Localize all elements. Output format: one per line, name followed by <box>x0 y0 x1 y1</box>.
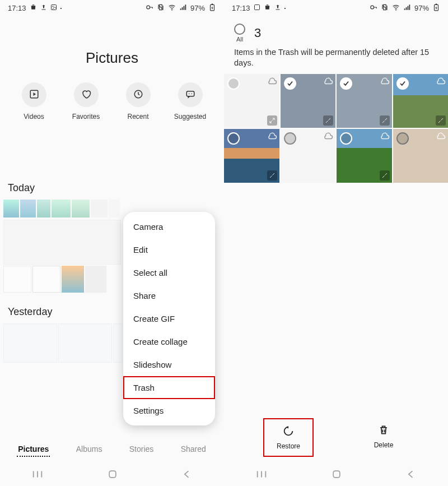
dot-icon: • <box>284 6 286 11</box>
menu-create-gif[interactable]: Create GIF <box>123 307 215 330</box>
wifi-icon <box>392 3 400 13</box>
expand-icon <box>267 170 277 180</box>
battery-percent: 97% <box>190 4 205 12</box>
svg-point-19 <box>395 9 396 10</box>
svg-rect-6 <box>212 3 213 4</box>
check-icon <box>284 132 296 145</box>
tab-shared[interactable]: Shared <box>180 442 207 457</box>
quick-suggested[interactable]: Suggested <box>170 82 211 121</box>
svg-point-17 <box>371 6 374 9</box>
quick-favorites[interactable]: Favorites <box>66 82 106 121</box>
cloud-icon <box>436 76 446 86</box>
expand-icon <box>436 115 446 126</box>
check-icon <box>396 132 409 145</box>
trash-icon <box>378 424 389 438</box>
image-icon <box>254 4 260 12</box>
upload-icon <box>40 4 47 12</box>
vpn-icon <box>146 3 153 13</box>
select-all-toggle[interactable]: All <box>234 24 245 43</box>
phone-right: 17:13 • 97% All 3 Items in the Trash wil… <box>224 0 448 486</box>
trash-tile[interactable] <box>281 74 336 128</box>
quick-videos[interactable]: Videos <box>14 82 54 121</box>
expand-icon <box>380 170 390 180</box>
tab-albums[interactable]: Albums <box>75 442 104 457</box>
nav-home-icon[interactable] <box>331 469 342 482</box>
nav-recents-icon[interactable] <box>31 470 44 481</box>
trash-tile[interactable] <box>281 129 336 183</box>
nav-back-icon[interactable] <box>181 469 193 482</box>
status-left-r: 17:13 • <box>232 3 286 12</box>
signal-icon <box>403 3 411 13</box>
circle-icon <box>234 24 245 35</box>
svg-point-1 <box>52 6 53 7</box>
tab-pictures[interactable]: Pictures <box>17 442 50 457</box>
expand-icon <box>267 115 277 126</box>
dot-icon: • <box>60 6 62 11</box>
menu-slideshow[interactable]: Slideshow <box>123 353 215 376</box>
svg-point-10 <box>189 93 190 94</box>
expand-icon <box>323 115 333 126</box>
nav-recents-icon[interactable] <box>255 470 268 481</box>
check-icon <box>227 132 240 145</box>
vibrate-icon <box>381 3 389 13</box>
menu-trash[interactable]: Trash <box>123 376 215 399</box>
upload-icon <box>274 4 281 12</box>
check-icon <box>396 77 409 90</box>
check-icon <box>340 132 352 145</box>
status-left: 17:13 • <box>8 3 62 12</box>
bag-icon <box>264 3 271 12</box>
status-right: 97% <box>146 3 216 13</box>
selection-count: 3 <box>254 26 261 40</box>
check-icon <box>340 77 352 90</box>
svg-point-11 <box>191 93 192 94</box>
svg-rect-15 <box>109 471 116 478</box>
status-time: 17:13 <box>8 4 26 12</box>
trash-tile[interactable] <box>337 74 392 128</box>
quick-recent[interactable]: Recent <box>118 82 158 121</box>
bottom-tabs: Pictures Albums Stories Shared <box>0 437 224 462</box>
trash-tile[interactable] <box>224 74 279 128</box>
play-icon <box>29 89 39 101</box>
svg-point-4 <box>171 9 172 10</box>
cloud-icon <box>323 76 333 86</box>
bag-icon <box>30 3 37 12</box>
menu-select-all[interactable]: Select all <box>123 261 215 284</box>
trash-message: Items in the Trash will be permanently d… <box>224 45 448 74</box>
chat-icon <box>185 89 195 101</box>
menu-settings[interactable]: Settings <box>123 399 215 422</box>
menu-share[interactable]: Share <box>123 284 215 307</box>
nav-back-icon[interactable] <box>405 469 417 482</box>
trash-tile[interactable] <box>393 74 449 128</box>
svg-point-2 <box>147 6 150 9</box>
tab-stories[interactable]: Stories <box>128 442 155 457</box>
battery-icon <box>208 3 216 13</box>
status-time-r: 17:13 <box>232 4 250 12</box>
nav-home-icon[interactable] <box>107 469 118 482</box>
nav-bar <box>0 465 224 486</box>
delete-label: Delete <box>374 441 394 449</box>
trash-tile[interactable] <box>393 129 449 183</box>
phone-left: 17:13 • 97% Pictures Videos <box>0 0 224 486</box>
selection-header: All 3 <box>224 16 448 45</box>
section-today: Today <box>0 182 224 194</box>
menu-create-collage[interactable]: Create collage <box>123 330 215 353</box>
quick-recent-label: Recent <box>127 113 148 121</box>
status-right-r: 97% <box>370 3 440 13</box>
vibrate-icon <box>157 3 165 13</box>
battery-icon <box>432 3 440 13</box>
trash-tile[interactable] <box>337 129 392 183</box>
check-icon <box>227 77 240 90</box>
cloud-icon <box>380 131 390 141</box>
expand-icon <box>380 115 390 126</box>
quick-videos-label: Videos <box>24 113 44 121</box>
restore-button[interactable]: Restore <box>263 418 314 457</box>
battery-percent-r: 97% <box>414 4 429 12</box>
image-icon <box>50 4 57 12</box>
check-icon <box>284 77 296 90</box>
delete-button[interactable]: Delete <box>358 418 409 457</box>
vpn-icon <box>370 3 377 13</box>
trash-tile[interactable] <box>224 129 279 183</box>
menu-edit[interactable]: Edit <box>123 238 215 261</box>
menu-camera[interactable]: Camera <box>123 215 215 238</box>
svg-rect-16 <box>254 4 259 10</box>
